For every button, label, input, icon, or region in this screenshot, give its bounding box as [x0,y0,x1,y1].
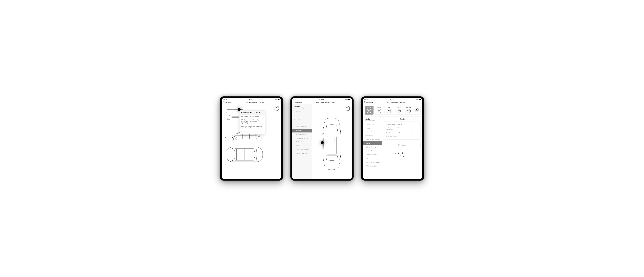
sidebar-item[interactable]: Doors, Locks & Hinges [292,148,312,151]
status-bar: iPad 3:16 pm 99% [292,98,352,101]
sidebar-item[interactable]: Front windscreen [292,125,312,129]
page-title: 2014 Honda Jazz VTi-L Auto [316,101,334,103]
wifi-icon [226,99,227,100]
sidebar-item-label: Rear Window Demister [366,139,380,140]
more-button[interactable] [278,102,280,102]
sidebar-item[interactable]: Boot [292,144,312,148]
sidebar-item[interactable]: Washers & Wipers [292,140,312,144]
sidebar-item[interactable]: Wheels [292,117,312,121]
condition-option[interactable]: Operating at time of inspection [386,123,419,126]
car-diagram-panel: 50%Done + [312,104,352,180]
battery-percent: 99% [275,99,277,100]
svg-point-7 [228,114,230,116]
condition-option[interactable]: Working as expected, showing normal wear… [240,118,264,125]
clock: 3:16 pm [320,99,324,100]
sidebar-item[interactable]: Heater Demister [363,149,382,153]
check-icon [294,115,295,116]
ipad-screen-2: iPad 3:16 pm 99% Dashboard 2014 Honda Ja… [290,97,354,180]
sidebar-item-label: Doors, Locks & Hinges [296,149,309,150]
tile-label: Road test [406,107,411,108]
back-label: Dashboard [224,101,232,103]
back-button[interactable]: Dashboard [364,101,373,103]
take-photo-button[interactable]: Take photo [384,142,420,148]
sidebar-item[interactable]: Window Operation [363,164,382,168]
section-tiles: Interior 90%Done Exterior 50%Done Tyres … [363,104,422,115]
arrow-left-icon [293,101,295,103]
sidebar-item[interactable]: Windows [292,129,312,132]
sidebar-item[interactable]: Tyres [292,114,312,117]
star-rating[interactable]: ★★★★☆ [256,112,263,113]
back-button[interactable]: Dashboard [294,101,302,103]
sidebar-item-label: Washers & Wipers [296,141,306,143]
section-tile[interactable]: Tyres 50%Done [384,106,393,115]
section-tile[interactable]: Interior 90%Done [364,106,374,115]
sidebar-item[interactable]: Radio [363,141,382,145]
comment-placeholder: Write your own comment... [244,131,259,133]
sections-label: Sections complete [415,110,420,112]
add-comment-button[interactable]: + Add your comment [386,135,419,138]
battery-icon [278,99,280,100]
add-note-button[interactable]: + [313,144,314,146]
sidebar-item[interactable]: Air Conditioning [363,145,382,149]
condition-option[interactable]: Working as expected, showing normal wear… [386,126,419,131]
clock: 3:16 pm [390,99,394,100]
clock: 3:16 pm [248,99,252,100]
sidebar-item-label: Window Operation [296,153,306,154]
section-tile[interactable]: Engine 50%Done [394,106,403,115]
back-button[interactable]: Dashboard [223,101,232,103]
battery-percent: 99% [345,99,348,100]
car-top-diagram [320,116,344,171]
sidebar-item[interactable]: Rear Window Demister [363,138,382,141]
sidebar-item[interactable]: Mirrors [292,121,312,125]
sidebar-item[interactable]: Interior Photos [363,122,382,126]
condition-option[interactable]: Ok at time of inspection. Some wear visi… [386,131,419,135]
more-button[interactable] [420,102,421,102]
sidebar-item[interactable]: Washers & Wipers [363,153,382,157]
svg-rect-30 [327,136,336,154]
sidebar-item[interactable]: Horn [363,157,382,160]
svg-point-15 [232,137,237,141]
svg-rect-31 [329,138,335,142]
item-detail-panel: Radio Operating at time of inspection Wo… [382,117,422,177]
sidebar-item[interactable]: Other Trims [363,134,382,138]
sidebar-item-label: Doors, Locks & Hinges [366,162,380,163]
svg-point-16 [233,138,236,140]
section-tile[interactable]: Exterior 50%Done [374,106,384,115]
sidebar-item-label: Windows [296,130,302,131]
ipad-screen-1: iPad 3:16 pm ⌵ 99% Dashboard 2014 Honda … [220,97,283,180]
sidebar-item[interactable]: Rear windscreen [292,132,312,136]
svg-rect-37 [421,99,421,100]
carrier-label: iPad [223,99,225,100]
sections-complete-tile: 0/5Sections complete [414,106,420,115]
sidebar-item[interactable]: Doors, Locks & Hinges [363,160,382,164]
tile-donut: 90%Done [367,109,372,113]
star-rating[interactable]: ★★★☆☆ [384,152,420,155]
sidebar-item-label: Horn [366,158,369,159]
check-icon [364,135,366,136]
comment-input[interactable]: Write your own comment... [240,130,264,134]
check-icon [364,127,366,128]
tile-donut: 50%Done [386,109,391,113]
sidebar-item-label: Seat Belts [366,131,372,133]
sidebar-item[interactable]: Front passenger door [292,136,312,140]
sidebar-item-label: Mirrors [296,122,300,124]
sidebar-item-label: Window Operation [366,165,377,167]
sidebar-item[interactable]: Seat Belts [363,130,382,134]
sidebar-item-label: Air Conditioning [366,146,376,148]
sidebar-item[interactable]: Seats [363,126,382,130]
section-tile[interactable]: Road test 50%Done [404,106,413,115]
tile-label: Interior [367,107,371,108]
sidebar-item[interactable]: Bonnet [292,110,312,114]
more-button[interactable] [349,102,350,102]
svg-point-18 [258,138,260,140]
hotspot-window[interactable] [321,141,324,144]
condition-option[interactable]: Ok at time of inspection. Some wear visi… [240,125,264,130]
car-diagram-area: 50%Done [222,104,281,178]
arrow-left-icon [364,101,365,103]
exterior-checklist-sidebar: Exterior 11 items remaining BonnetTyresW… [292,104,312,180]
condition-option[interactable]: Operating at time of inspection [240,115,264,118]
sidebar-item[interactable]: Window Operation [292,151,312,155]
svg-rect-26 [348,99,350,100]
sidebar-item-label: Radio [366,143,370,144]
tile-label: Tyres [387,107,390,108]
